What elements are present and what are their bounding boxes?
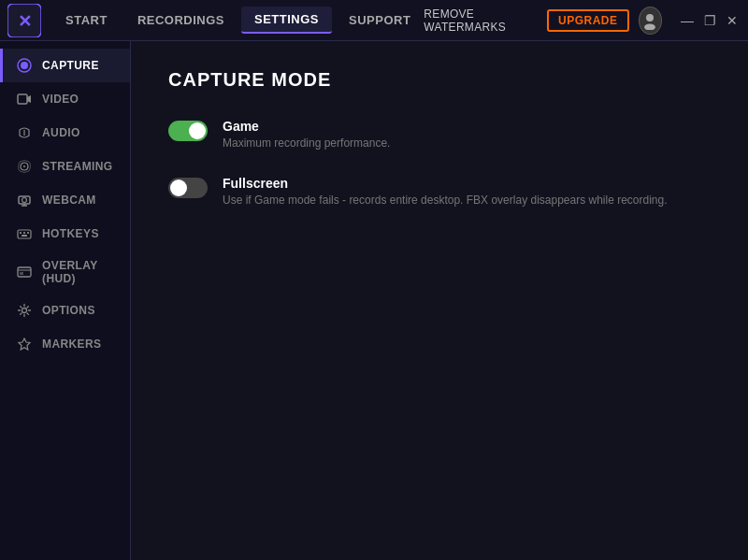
sidebar-webcam-label: WEBCAM [42,194,96,207]
svg-rect-15 [23,232,25,234]
markers-icon [16,336,33,352]
game-mode-desc: Maximum recording performance. [223,136,390,150]
sidebar: CAPTURE VIDEO AUDIO [0,41,131,560]
sidebar-item-streaming[interactable]: STREAMING [0,150,130,183]
sidebar-item-options[interactable]: OPTIONS [0,294,130,327]
titlebar: ✕ START RECORDINGS SETTINGS SUPPORT REMO… [0,0,748,41]
svg-rect-13 [18,230,31,238]
video-icon [16,91,33,108]
svg-rect-20 [20,272,23,275]
window-controls: — ❐ ✕ [679,12,741,29]
main-layout: CAPTURE VIDEO AUDIO [0,41,748,560]
options-icon [16,302,33,319]
sidebar-audio-label: AUDIO [42,126,80,139]
sidebar-item-webcam[interactable]: WEBCAM [0,183,130,217]
svg-rect-14 [20,232,22,234]
nav-recordings[interactable]: RECORDINGS [124,7,237,33]
upgrade-button[interactable]: UPGRADE [547,9,629,32]
fullscreen-mode-label: Fullscreen [223,176,668,191]
remove-watermarks-link[interactable]: REMOVE WATERMARKS [424,7,538,34]
nav-support[interactable]: SUPPORT [336,7,424,33]
app-logo: ✕ [7,4,41,37]
webcam-icon [16,192,33,208]
sidebar-item-capture[interactable]: CAPTURE [0,49,130,82]
nav-start[interactable]: START [52,7,121,33]
svg-point-5 [21,62,28,69]
user-avatar[interactable] [639,7,662,35]
sidebar-capture-label: CAPTURE [42,59,99,72]
sidebar-overlay-label: OVERLAY (HUD) [42,259,117,285]
page-title: CAPTURE MODE [168,69,711,91]
hotkeys-icon [16,225,33,242]
nav-bar: START RECORDINGS SETTINGS SUPPORT [52,7,424,34]
close-button[interactable]: ✕ [724,12,741,29]
titlebar-right: REMOVE WATERMARKS UPGRADE — ❐ ✕ [424,7,741,35]
sidebar-item-markers[interactable]: MARKERS [0,327,130,361]
game-toggle-thumb [189,122,206,139]
minimize-button[interactable]: — [679,12,696,29]
sidebar-markers-label: MARKERS [42,337,101,351]
svg-rect-6 [18,94,27,104]
sidebar-item-video[interactable]: VIDEO [0,82,130,116]
overlay-icon [16,264,33,280]
fullscreen-mode-desc: Use if Game mode fails - records entire … [223,194,668,207]
sidebar-item-overlay[interactable]: OVERLAY (HUD) [0,251,130,294]
svg-rect-18 [18,267,31,277]
sidebar-streaming-label: STREAMING [42,160,113,173]
game-mode-info: Game Maximum recording performance. [223,119,390,150]
game-mode-label: Game [223,119,390,134]
sidebar-options-label: OPTIONS [42,304,95,317]
maximize-button[interactable]: ❐ [701,12,718,29]
fullscreen-mode-info: Fullscreen Use if Game mode fails - reco… [223,176,668,207]
svg-point-3 [644,23,655,30]
svg-point-21 [22,309,27,313]
svg-text:✕: ✕ [18,12,32,31]
capture-icon [16,57,33,74]
game-mode-toggle[interactable] [168,121,208,141]
sidebar-video-label: VIDEO [42,93,79,106]
svg-point-2 [646,14,654,22]
game-mode-option: Game Maximum recording performance. [168,119,711,150]
fullscreen-toggle-thumb [170,179,187,196]
nav-settings[interactable]: SETTINGS [241,7,332,34]
sidebar-item-audio[interactable]: AUDIO [0,116,130,150]
svg-rect-16 [27,232,29,234]
svg-rect-17 [22,235,27,237]
svg-point-10 [22,198,27,203]
content-area: CAPTURE MODE Game Maximum recording perf… [131,41,748,560]
fullscreen-mode-option: Fullscreen Use if Game mode fails - reco… [168,176,711,207]
streaming-icon [16,158,33,175]
audio-icon [16,124,33,141]
sidebar-item-hotkeys[interactable]: HOTKEYS [0,217,130,251]
fullscreen-mode-toggle[interactable] [168,178,208,198]
sidebar-hotkeys-label: HOTKEYS [42,227,99,240]
